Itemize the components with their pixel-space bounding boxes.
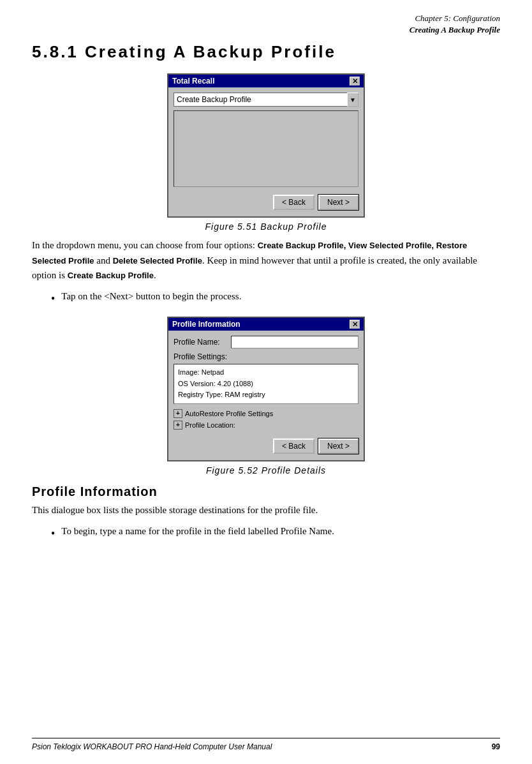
- body-paragraph-1: In the dropdown menu, you can choose fro…: [32, 238, 500, 283]
- footer-page-number: 99: [492, 742, 500, 751]
- figure-5-51-caption: Figure 5.51 Backup Profile: [205, 221, 327, 232]
- create-text: Create Backup Profile: [68, 271, 154, 280]
- profile-name-field-label: Profile Name: [281, 526, 332, 536]
- profile-dialog-buttons: < Back Next >: [174, 436, 358, 455]
- bullet-dot-1: •: [51, 290, 55, 308]
- dropdown-arrow-icon[interactable]: ▼: [347, 93, 358, 107]
- body-paragraph-2: This dialogue box lists the possible sto…: [32, 503, 500, 518]
- back-button[interactable]: < Back: [273, 195, 314, 210]
- bullet-text-2: To begin, type a name for the profile in…: [61, 524, 334, 539]
- page-header: Chapter 5: Configuration Creating A Back…: [32, 13, 500, 36]
- figure-5-52-container: Profile Information ✕ Profile Name: Prof…: [32, 317, 500, 476]
- subsection-heading: Profile Information: [32, 484, 500, 499]
- dialog-content-area: [174, 110, 358, 187]
- profile-form: Profile Name: Profile Settings: Image: N…: [168, 331, 364, 460]
- dropdown-row: Create Backup Profile ▼: [174, 93, 358, 107]
- dropdown-select[interactable]: Create Backup Profile: [174, 93, 348, 107]
- section-title: 5.8.1 Creating A Backup Profile: [32, 42, 500, 62]
- profile-close-button[interactable]: ✕: [350, 320, 360, 329]
- page-footer: Psion Teklogix WORKABOUT PRO Hand-Held C…: [32, 738, 500, 751]
- profile-settings-label: Profile Settings:: [174, 352, 358, 361]
- profile-settings-box: Image: Netpad OS Version: 4.20 (1088) Re…: [174, 364, 358, 404]
- bullet-item-2: • To begin, type a name for the profile …: [51, 524, 500, 543]
- autorestore-label: AutoRestore Profile Settings: [185, 410, 273, 417]
- footer-manual-name: Psion Teklogix WORKABOUT PRO Hand-Held C…: [32, 742, 272, 751]
- total-recall-dialog: Total Recall ✕ Create Backup Profile ▼ <…: [167, 73, 365, 218]
- registry-line: Registry Type: RAM registry: [178, 389, 354, 401]
- profile-dialog-titlebar: Profile Information ✕: [168, 318, 364, 331]
- profile-location-checkbox[interactable]: +: [174, 421, 182, 430]
- profile-next-button[interactable]: Next >: [318, 438, 358, 454]
- chapter-line: Chapter 5: Configuration: [32, 13, 500, 24]
- profile-name-input[interactable]: [231, 336, 358, 348]
- profile-name-label: Profile Name:: [174, 338, 231, 347]
- dialog-titlebar: Total Recall ✕: [168, 75, 364, 87]
- autorestore-checkbox[interactable]: +: [174, 409, 182, 418]
- profile-dialog-title: Profile Information: [172, 320, 240, 329]
- profile-location-row[interactable]: + Profile Location:: [174, 419, 358, 431]
- profile-back-button[interactable]: < Back: [273, 438, 314, 454]
- body-text-and: and: [94, 255, 113, 266]
- autorestore-row[interactable]: + AutoRestore Profile Settings: [174, 408, 358, 419]
- body-text-end: .: [154, 270, 156, 280]
- section-line: Creating A Backup Profile: [32, 24, 500, 36]
- profile-info-dialog: Profile Information ✕ Profile Name: Prof…: [167, 317, 365, 461]
- bullet-dot-2: •: [51, 525, 55, 543]
- profile-name-row: Profile Name:: [174, 336, 358, 348]
- body-text-intro: In the dropdown menu, you can choose fro…: [32, 240, 258, 250]
- next-button-label: <Next>: [104, 291, 133, 301]
- bullet-text-1: Tap on the <Next> button to begin the pr…: [61, 289, 241, 304]
- image-line: Image: Netpad: [178, 367, 354, 378]
- close-button[interactable]: ✕: [350, 77, 360, 86]
- profile-location-label: Profile Location:: [185, 421, 235, 429]
- figure-5-52-caption: Figure 5.52 Profile Details: [206, 465, 326, 476]
- delete-text: Delete Selected Profile: [113, 256, 202, 266]
- dialog-title: Total Recall: [172, 77, 214, 86]
- figure-5-51-container: Total Recall ✕ Create Backup Profile ▼ <…: [32, 73, 500, 232]
- os-line: OS Version: 4.20 (1088): [178, 378, 354, 390]
- next-button[interactable]: Next >: [318, 195, 358, 210]
- bullet-item-1: • Tap on the <Next> button to begin the …: [51, 289, 500, 308]
- dialog-buttons: < Back Next >: [174, 192, 358, 211]
- dialog-body: Create Backup Profile ▼ < Back Next >: [168, 87, 364, 216]
- dropdown-value: Create Backup Profile: [177, 95, 251, 104]
